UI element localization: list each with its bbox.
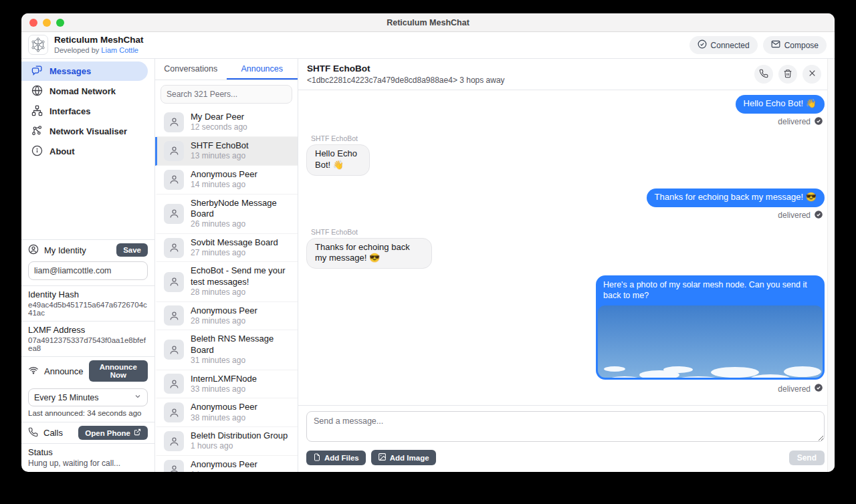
developed-by-text: Developed by bbox=[54, 46, 99, 54]
person-avatar-icon bbox=[164, 402, 184, 422]
add-files-button[interactable]: Add Files bbox=[306, 451, 366, 465]
peer-list-item[interactable]: My Dear Peer 12 seconds ago bbox=[155, 108, 298, 137]
peer-list-item[interactable]: Beleth RNS Message Board 31 minutes ago bbox=[155, 330, 298, 370]
delete-conversation-button[interactable] bbox=[778, 65, 797, 84]
file-icon bbox=[313, 453, 321, 463]
peer-list-item[interactable]: Sovbit Message Board 27 minutes ago bbox=[155, 234, 298, 263]
message-sender-label: SHTF EchoBot bbox=[311, 228, 358, 236]
fullscreen-window-button[interactable] bbox=[56, 19, 64, 27]
person-avatar-icon bbox=[164, 112, 184, 132]
interfaces-icon bbox=[31, 105, 43, 118]
window-title: Reticulum MeshChat bbox=[21, 18, 835, 27]
add-image-label: Add Image bbox=[390, 454, 429, 462]
peer-list-item[interactable]: Anonymous Peer 1 hours ago bbox=[155, 456, 298, 472]
announce-interval-select[interactable]: Every 15 Minutes bbox=[28, 388, 148, 406]
sidebar-item-about[interactable]: About bbox=[21, 142, 148, 161]
compose-label: Compose bbox=[784, 41, 819, 50]
chat-scrollbar[interactable] bbox=[827, 59, 835, 472]
peer-name: Anonymous Peer bbox=[191, 305, 257, 316]
compose-button[interactable]: Compose bbox=[763, 36, 827, 54]
peer-announce-time: 13 minutes ago bbox=[191, 151, 249, 162]
external-link-icon bbox=[134, 428, 141, 437]
peer-list[interactable]: My Dear Peer 12 seconds ago SHTF EchoBot… bbox=[155, 108, 298, 472]
chevron-down-icon bbox=[134, 392, 142, 402]
close-chat-button[interactable] bbox=[802, 65, 821, 84]
peer-name: Anonymous Peer bbox=[191, 402, 257, 412]
peer-name: EchoBot - Send me your test messages! bbox=[191, 265, 291, 287]
connected-status-badge: Connected bbox=[689, 36, 758, 54]
delivery-status: delivered bbox=[778, 116, 823, 128]
peer-name: SherbyNode Message Board bbox=[191, 198, 291, 220]
person-avatar-icon bbox=[164, 238, 184, 258]
my-identity-label: My Identity bbox=[44, 245, 111, 255]
message-bubble-incoming: Thanks for echoing back my message! 😎 bbox=[306, 238, 432, 269]
person-avatar-icon bbox=[164, 272, 184, 292]
sidebar: Messages Nomad Network Interfaces Networ… bbox=[21, 59, 155, 472]
call-peer-button[interactable] bbox=[754, 65, 773, 84]
message-bubble-outgoing: Thanks for echoing back my message! 😎 bbox=[647, 188, 825, 207]
message-bubble-outgoing: Hello Echo Bot! 👋 bbox=[736, 95, 825, 114]
peer-name: Anonymous Peer bbox=[191, 169, 257, 180]
tab-conversations[interactable]: Conversations bbox=[155, 59, 227, 80]
peer-name: InternLXMFNode bbox=[191, 374, 257, 384]
sidebar-item-network-visualiser[interactable]: Network Visualiser bbox=[21, 122, 148, 141]
identity-hash-value: e49ac4d5b451715a647a6726704c41ac bbox=[28, 301, 148, 317]
peer-list-item[interactable]: Anonymous Peer 14 minutes ago bbox=[155, 166, 298, 195]
delivered-check-icon bbox=[814, 210, 823, 221]
delivery-status: delivered bbox=[778, 210, 823, 221]
photo-caption: Here's a photo of my solar mesh node. Ca… bbox=[598, 277, 823, 305]
peer-list-item[interactable]: Beleth Distribution Group 1 hours ago bbox=[155, 427, 298, 456]
app-header: Reticulum MeshChat Developed by Liam Cot… bbox=[21, 32, 835, 59]
save-button[interactable]: Save bbox=[116, 243, 148, 257]
close-window-button[interactable] bbox=[29, 19, 37, 27]
peer-name: Beleth RNS Message Board bbox=[191, 334, 291, 356]
chat-peer-name: SHTF EchoBot bbox=[307, 64, 505, 74]
peer-list-item[interactable]: SherbyNode Message Board 26 minutes ago bbox=[155, 195, 298, 234]
peer-name: My Dear Peer bbox=[191, 112, 247, 122]
open-phone-button[interactable]: Open Phone bbox=[78, 426, 148, 440]
add-files-label: Add Files bbox=[324, 454, 359, 462]
peer-list-item[interactable]: InternLXMFNode 33 minutes ago bbox=[155, 370, 298, 399]
brand: Reticulum MeshChat Developed by Liam Cot… bbox=[28, 35, 144, 55]
announce-now-button[interactable]: Announce Now bbox=[89, 360, 148, 382]
search-peers-input[interactable] bbox=[160, 85, 292, 104]
peer-announce-time: 26 minutes ago bbox=[191, 219, 291, 230]
person-avatar-icon bbox=[164, 141, 184, 161]
delivered-check-icon bbox=[814, 383, 823, 394]
sidebar-item-interfaces[interactable]: Interfaces bbox=[21, 102, 148, 121]
send-button[interactable]: Send bbox=[789, 451, 825, 465]
announce-label: Announce bbox=[44, 366, 84, 376]
sidebar-item-nomad-network[interactable]: Nomad Network bbox=[21, 82, 148, 101]
peer-announce-time: 33 minutes ago bbox=[191, 384, 257, 395]
delivered-check-icon bbox=[814, 116, 823, 128]
peer-list-item[interactable]: Anonymous Peer 38 minutes ago bbox=[155, 398, 298, 427]
add-image-button[interactable]: Add Image bbox=[371, 450, 436, 465]
status-label: Status bbox=[28, 447, 148, 457]
peer-list-item[interactable]: Anonymous Peer 28 minutes ago bbox=[155, 302, 298, 331]
lxmf-address-label: LXMF Address bbox=[28, 325, 148, 335]
lxmf-address-value: 07a4912375337d7543f0aa1e8bfefea8 bbox=[28, 336, 148, 352]
message-composer: Add Files Add Image Send bbox=[298, 405, 827, 472]
check-circle-icon bbox=[698, 39, 707, 51]
last-announced-text: Last announced: 34 seconds ago bbox=[21, 409, 154, 422]
developer-link[interactable]: Liam Cottle bbox=[101, 46, 138, 54]
peer-announce-time: 12 seconds ago bbox=[191, 122, 247, 133]
photo-solar-mesh-node[interactable] bbox=[598, 305, 823, 380]
tab-announces[interactable]: Announces bbox=[227, 59, 298, 80]
status-value: Hung up, waiting for call... bbox=[28, 459, 148, 468]
peer-list-item[interactable]: EchoBot - Send me your test messages! 28… bbox=[155, 262, 298, 301]
message-bubble-photo[interactable]: Here's a photo of my solar mesh node. Ca… bbox=[596, 275, 825, 380]
sidebar-item-messages[interactable]: Messages bbox=[21, 61, 148, 81]
peer-announce-time: 27 minutes ago bbox=[191, 248, 278, 259]
sidebar-item-label: About bbox=[49, 146, 75, 156]
message-input[interactable] bbox=[306, 411, 825, 442]
person-avatar-icon bbox=[164, 204, 184, 224]
person-circle-icon bbox=[28, 244, 39, 257]
chat-bubbles-icon bbox=[31, 65, 43, 78]
message-list[interactable]: Hello Echo Bot! 👋 delivered SHTF EchoBot… bbox=[298, 90, 827, 405]
minimize-window-button[interactable] bbox=[43, 19, 51, 27]
person-avatar-icon bbox=[164, 340, 184, 360]
display-name-input[interactable] bbox=[28, 261, 148, 280]
delivery-status: delivered bbox=[778, 383, 823, 394]
peer-list-item[interactable]: SHTF EchoBot 13 minutes ago bbox=[155, 137, 298, 166]
